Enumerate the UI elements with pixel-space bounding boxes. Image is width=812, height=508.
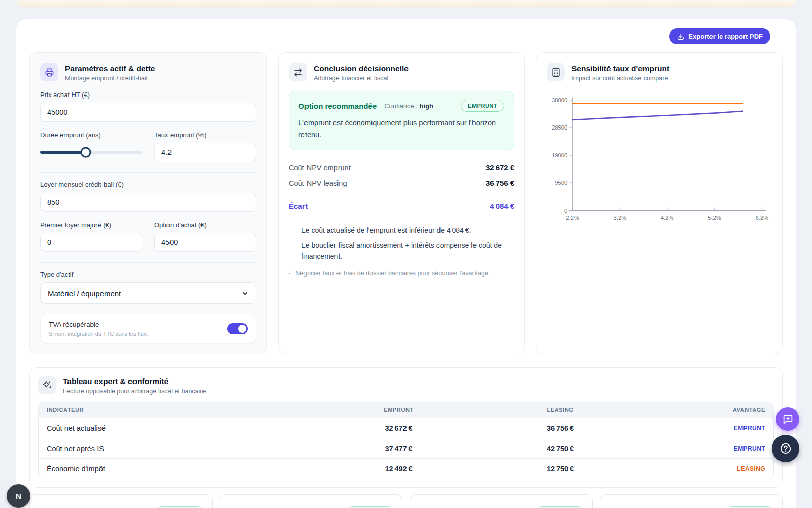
- sensitivity-panel: Sensibilité taux d'emprunt Impact sur co…: [536, 52, 783, 354]
- tva-toggle-card: TVA récupérable Si non, intégration du T…: [40, 314, 256, 343]
- prix-achat-label: Prix achat HT (€): [40, 91, 256, 99]
- tva-toggle[interactable]: [227, 323, 248, 334]
- swap-arrows-icon: [289, 63, 307, 81]
- download-icon: [677, 33, 684, 40]
- type-actif-value: Matériel / équipement: [48, 289, 121, 298]
- avantage-cell: LEASING: [641, 465, 773, 472]
- col-indicateur: INDICATEUR: [39, 407, 318, 413]
- tva-hint: Si non, intégration du TTC dans les flux…: [49, 331, 148, 337]
- npv-leasing-value: 36 756 €: [486, 179, 514, 187]
- type-actif-label: Type d'actif: [40, 271, 256, 278]
- svg-text:9500: 9500: [555, 180, 567, 186]
- emprunt-cell: 12 492 €: [318, 465, 480, 473]
- bullet-text: Le coût actualisé de l'emprunt est infér…: [301, 225, 471, 236]
- table-row: Coût net après IS 37 477 € 42 750 € EMPR…: [39, 438, 773, 458]
- params-subtitle: Montage emprunt / crédit-bail: [65, 75, 155, 82]
- export-pdf-button[interactable]: Exporter le rapport PDF: [669, 28, 770, 44]
- recommendation-heading: Option recommandée: [298, 102, 377, 110]
- avantage-cell: EMPRUNT: [641, 445, 773, 452]
- conclusion-panel-header: Conclusion décisionnelle Arbitrage finan…: [289, 63, 514, 82]
- emprunt-cell: 37 477 €: [318, 444, 480, 453]
- svg-text:3.2%: 3.2%: [614, 215, 627, 221]
- npv-leasing-label: Coût NPV leasing: [289, 179, 347, 187]
- taux-emprunt-label: Taux emprunt (%): [154, 131, 256, 139]
- ecart-row: Écart 4 084 €: [289, 195, 514, 214]
- compliance-card-vehicule: Part non déductible véhicule CONFORME: [410, 494, 593, 508]
- ecart-label: Écart: [289, 202, 308, 210]
- col-leasing: LEASING: [480, 407, 641, 413]
- table-row: Coût net actualisé 32 672 € 36 756 € EMP…: [39, 418, 773, 438]
- duree-taux-row: Durée emprunt (ans) Taux emprunt (%): [40, 131, 256, 162]
- bullet-item: Le coût actualisé de l'emprunt est infér…: [289, 225, 514, 236]
- params-panel-header: Paramètres actif & dette Montage emprunt…: [40, 63, 256, 82]
- emprunt-cell: 32 672 €: [318, 424, 480, 432]
- expert-table: INDICATEUR EMPRUNT LEASING AVANTAGE Coût…: [38, 402, 774, 479]
- help-button[interactable]: [772, 435, 799, 462]
- chat-plus-icon: [783, 414, 793, 425]
- expert-table-section: Tableau expert & conformité Lecture oppo…: [29, 367, 783, 488]
- svg-text:0: 0: [564, 208, 567, 214]
- sensitivity-panel-header: Sensibilité taux d'emprunt Impact sur co…: [547, 63, 772, 82]
- sparkles-icon: [38, 376, 56, 394]
- loyer-mensuel-input[interactable]: [40, 193, 256, 212]
- params-panel: Paramètres actif & dette Montage emprunt…: [29, 52, 267, 354]
- params-title: Paramètres actif & dette: [65, 64, 155, 73]
- toolbar: Exporter le rapport PDF: [16, 19, 796, 52]
- option-achat-input[interactable]: [154, 233, 256, 252]
- indicateur-cell: Coût net après IS: [39, 444, 318, 453]
- npv-emprunt-value: 32 672 €: [486, 163, 514, 172]
- table-header-row: INDICATEUR EMPRUNT LEASING AVANTAGE: [39, 402, 773, 418]
- avantage-cell: EMPRUNT: [641, 425, 773, 432]
- avatar[interactable]: N: [7, 484, 30, 508]
- indicateur-cell: Économie d'impôt: [39, 465, 318, 473]
- sensitivity-chart: 095001900028500380002.2%3.2%4.2%5.2%6.2%: [547, 91, 772, 236]
- bullet-item: Le bouclier fiscal amortissement + intér…: [289, 240, 514, 262]
- sensitivity-title: Sensibilité taux d'emprunt: [571, 64, 669, 73]
- indicateur-cell: Coût net actualisé: [39, 424, 318, 432]
- premier-loyer-label: Premier loyer majoré (€): [40, 221, 142, 229]
- table-row: Économie d'impôt 12 492 € 12 750 € LEASI…: [39, 458, 773, 479]
- compliance-card-duree: Durée crédit-bail CONFORME: [220, 494, 403, 508]
- leasing-cell: 36 756 €: [480, 424, 641, 432]
- taux-emprunt-input[interactable]: [154, 143, 256, 162]
- divider: [40, 262, 256, 263]
- prix-achat-input[interactable]: [40, 103, 256, 122]
- npv-emprunt-label: Coût NPV emprunt: [289, 164, 351, 172]
- divider: [40, 172, 256, 173]
- svg-text:4.2%: 4.2%: [661, 215, 674, 221]
- compliance-row: Récupération TVA CONFORME Durée crédit-b…: [29, 494, 783, 508]
- type-actif-select[interactable]: Matériel / équipement: [40, 282, 256, 304]
- loyer-option-row: Premier loyer majoré (€) Option d'achat …: [40, 221, 256, 252]
- conclusion-panel: Conclusion décisionnelle Arbitrage finan…: [278, 52, 525, 354]
- top-banner-edge: [17, 0, 795, 7]
- calculator-icon: [547, 63, 565, 81]
- col-avantage: AVANTAGE: [641, 407, 773, 413]
- recommended-option-badge: EMPRUNT: [461, 100, 504, 112]
- compliance-card-tva: Récupération TVA CONFORME: [29, 494, 213, 508]
- leasing-cell: 42 750 €: [480, 444, 641, 453]
- loyer-mensuel-label: Loyer mensuel crédit-bail (€): [40, 181, 256, 188]
- advice-note-text: Négocier taux et frais de dossier bancai…: [295, 270, 490, 277]
- npv-leasing-row: Coût NPV leasing 36 756 €: [289, 175, 514, 191]
- ecart-value: 4 084 €: [490, 202, 514, 210]
- svg-text:38000: 38000: [552, 97, 567, 103]
- conclusion-title: Conclusion décisionnelle: [314, 64, 409, 73]
- export-pdf-label: Exporter le rapport PDF: [688, 33, 763, 40]
- confidence: Confiance : high: [384, 102, 433, 110]
- feedback-chat-button[interactable]: [776, 407, 799, 431]
- svg-text:2.2%: 2.2%: [566, 215, 579, 221]
- chevron-down-icon: [241, 290, 249, 297]
- premier-loyer-input[interactable]: [40, 233, 142, 252]
- svg-text:6.2%: 6.2%: [755, 215, 768, 221]
- sensitivity-subtitle: Impact sur coût actualisé comparé: [571, 75, 669, 82]
- advice-note: Négocier taux et frais de dossier bancai…: [289, 270, 514, 277]
- duree-emprunt-slider[interactable]: [40, 143, 142, 162]
- slider-thumb[interactable]: [81, 147, 91, 158]
- slider-fill: [40, 151, 86, 154]
- recommendation-card: Option recommandée Confiance : high EMPR…: [289, 91, 514, 150]
- tva-label: TVA récupérable: [49, 321, 148, 328]
- printer-icon: [40, 63, 58, 81]
- compliance-card-loyer: Premier loyer majoré CONFORME: [600, 494, 783, 508]
- col-emprunt: EMPRUNT: [318, 407, 480, 413]
- expert-table-subtitle: Lecture opposable pour arbitrage fiscal …: [63, 388, 206, 395]
